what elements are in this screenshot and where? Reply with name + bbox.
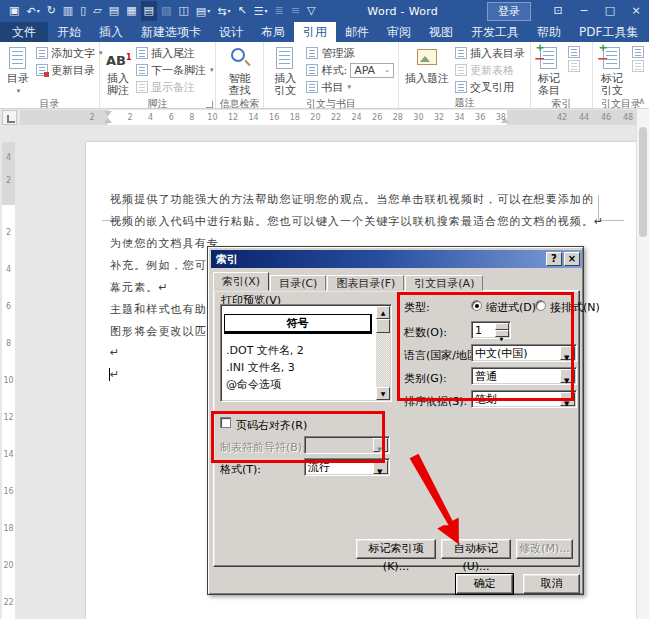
footnotes-dialog-launcher-icon[interactable] [206, 101, 213, 108]
close-button[interactable]: × [623, 0, 649, 22]
print-layout-icon[interactable]: ▦ [123, 1, 139, 21]
sortby-label: 排序依据(S): [404, 394, 467, 409]
dialog-help-button[interactable]: ? [546, 252, 562, 266]
next-footnote-button[interactable]: 下一条脚注▾ [136, 62, 214, 78]
tab-review[interactable]: 审阅 [378, 22, 420, 42]
scrollbar-thumb[interactable] [639, 127, 647, 237]
dialog-tab-2[interactable]: 图表目录(F) [327, 275, 404, 291]
mark-citation-button[interactable]: ＋− 标记引文 [595, 44, 629, 97]
collapse-ribbon-icon[interactable]: ∧ [638, 96, 645, 106]
quick-print-icon[interactable]: ▤ [106, 1, 122, 21]
tab-developer[interactable]: 开发工具 [462, 22, 528, 42]
next-footnote-icon [136, 64, 148, 76]
tab-home[interactable]: 开始 [48, 22, 90, 42]
type-runin-radio[interactable] [535, 300, 546, 311]
scroll-down-icon[interactable]: ▼ [376, 387, 390, 400]
format-select[interactable]: 流行 [304, 458, 390, 476]
insert-table-of-figures-button[interactable]: 插入表目录 [455, 45, 525, 61]
sortby-select[interactable]: 笔划 [471, 390, 577, 408]
undo-icon[interactable]: ↶▾ [23, 1, 42, 22]
insert-table-of-authorities-icon[interactable] [632, 46, 644, 58]
open-icon[interactable]: ▱ [90, 1, 104, 21]
preview-scrollbar-thumb[interactable] [376, 319, 390, 333]
tab-file[interactable]: 文件 [0, 22, 48, 42]
save-icon[interactable]: ▣ [6, 1, 22, 21]
manage-sources-button[interactable]: 管理源 [306, 45, 394, 61]
insert-caption-button[interactable]: 插入题注 [401, 44, 453, 85]
tab-layout[interactable]: 布局 [252, 22, 294, 42]
insert-footnote-button[interactable]: AB1 插入脚注 [102, 44, 134, 97]
dropdown-arrow-icon[interactable] [560, 392, 575, 406]
smart-lookup-button[interactable]: 智能查找 [224, 44, 256, 97]
tab-help[interactable]: 帮助 [528, 22, 570, 42]
type-indented-label[interactable]: 缩进式(D) [486, 300, 536, 315]
add-text-button[interactable]: 添加文字▾ [36, 45, 103, 61]
dialog-tab-0[interactable]: 索引(X) [213, 272, 269, 291]
ok-button[interactable]: 确定 [456, 574, 513, 594]
dialog-tab-1[interactable]: 目录(C) [270, 275, 326, 291]
tab-view[interactable]: 视图 [420, 22, 462, 42]
vertical-scrollbar[interactable] [636, 109, 649, 619]
vertical-ruler[interactable]: 42246810121416182022 [2, 127, 15, 619]
tab-leader-label: 制表符前导符(B): [220, 440, 306, 455]
scroll-up-icon[interactable]: ▲ [376, 306, 390, 319]
print-preview-icon[interactable]: ▥ [60, 1, 76, 21]
minimize-button[interactable]: ─ [571, 0, 597, 22]
insert-endnote-button[interactable]: 插入尾注 [136, 45, 214, 61]
first-line-indent-marker[interactable] [104, 111, 112, 116]
redo-icon[interactable]: ↻ [44, 1, 59, 21]
tab-insert[interactable]: 插入 [90, 22, 132, 42]
columns-input[interactable]: 1 [471, 321, 511, 339]
more-commands-icon[interactable]: ▽ [304, 1, 318, 21]
text-width-icon[interactable]: ⇆▾ [214, 1, 233, 22]
disabled-tool-icon-3[interactable]: ≡ [288, 1, 303, 21]
mark-entry-dialog-button[interactable]: 标记索引项(K)... [356, 539, 436, 559]
print-preview-box[interactable]: 符号 .DOT 文件名, 2.INI 文件名, 3@命令选项 ▲ ▼ [220, 304, 392, 402]
dropdown-arrow-icon[interactable] [560, 369, 575, 383]
tab-stop-selector[interactable] [2, 110, 17, 125]
ruler-number: 2 [2, 228, 15, 237]
insert-citation-button[interactable]: 插入引文 [266, 44, 304, 97]
update-toc-button[interactable]: 更新目录 [36, 62, 103, 78]
toc-button[interactable]: 目录▾ [2, 44, 34, 97]
paste-icon[interactable]: ▤▾ [193, 1, 213, 22]
citation-style-select[interactable]: APA⌄ [350, 63, 394, 78]
sign-in-button[interactable]: 登录 [487, 2, 531, 21]
tab-design[interactable]: 设计 [210, 22, 252, 42]
mark-entry-button[interactable]: ＋− 标记条目 [533, 44, 565, 97]
language-select[interactable]: 中文(中国) [471, 344, 577, 362]
tab-pdf[interactable]: PDF工具集 [570, 22, 647, 42]
right-align-label[interactable]: 页码右对齐(R) [236, 418, 307, 433]
horizontal-ruler[interactable]: 2246810121416182022242628303234363842444… [20, 110, 636, 125]
cross-reference-button[interactable]: 交叉引用 [455, 79, 525, 95]
dialog-title-bar[interactable]: 索引 ? × [211, 250, 582, 268]
dialog-close-button[interactable]: × [564, 252, 580, 266]
ruler-number: 28 [393, 113, 403, 122]
tab-newtab[interactable]: 新建选项卡 [132, 22, 210, 42]
select-cursor-icon[interactable]: ↖ [234, 1, 249, 21]
list-icon[interactable]: ☰▾ [251, 1, 271, 22]
columns-spinner[interactable] [495, 323, 509, 337]
category-select[interactable]: 普通 [471, 367, 577, 385]
draft-view-icon[interactable]: ▤ [141, 1, 157, 21]
preview-scrollbar[interactable]: ▲ ▼ [376, 306, 390, 400]
type-indented-radio[interactable] [471, 300, 482, 311]
new-document-icon[interactable]: ▯ [77, 1, 89, 21]
disabled-tool-icon-2[interactable]: ≣ [272, 1, 287, 21]
view-side-by-side-icon[interactable]: ◫ [175, 1, 191, 21]
disabled-tool-icon[interactable]: ▨ [158, 1, 174, 21]
dropdown-arrow-icon[interactable] [373, 460, 388, 474]
ribbon-display-options-icon[interactable]: ⊡ [545, 0, 571, 22]
dialog-tab-3[interactable]: 引文目录(A) [405, 275, 483, 291]
left-indent-marker[interactable] [104, 118, 112, 123]
bibliography-button[interactable]: 书目▾ [306, 79, 394, 95]
type-runin-label[interactable]: 接排式(N) [550, 300, 600, 315]
tab-references[interactable]: 引用 [294, 22, 336, 42]
insert-index-icon[interactable] [568, 46, 580, 58]
tab-mailings[interactable]: 邮件 [336, 22, 378, 42]
automark-button[interactable]: 自动标记(U)... [441, 539, 511, 559]
maximize-button[interactable]: □ [597, 0, 623, 22]
dropdown-arrow-icon[interactable] [560, 346, 575, 360]
cancel-button[interactable]: 取消 [523, 574, 580, 594]
right-align-checkbox[interactable] [220, 417, 231, 428]
